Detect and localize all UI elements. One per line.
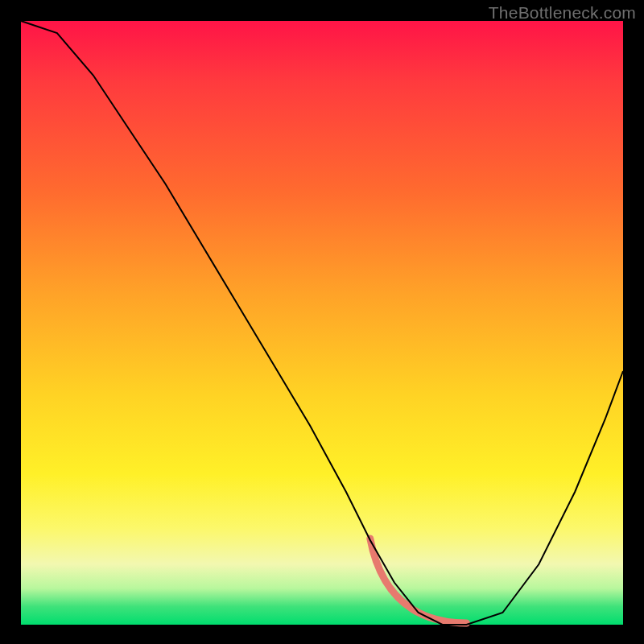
bottleneck-curve (21, 21, 623, 625)
chart-stage: TheBottleneck.com (0, 0, 644, 644)
flat-segment-highlight (370, 539, 467, 623)
watermark-text: TheBottleneck.com (489, 3, 636, 23)
plot-area (21, 21, 623, 625)
curve-layer (21, 21, 623, 625)
